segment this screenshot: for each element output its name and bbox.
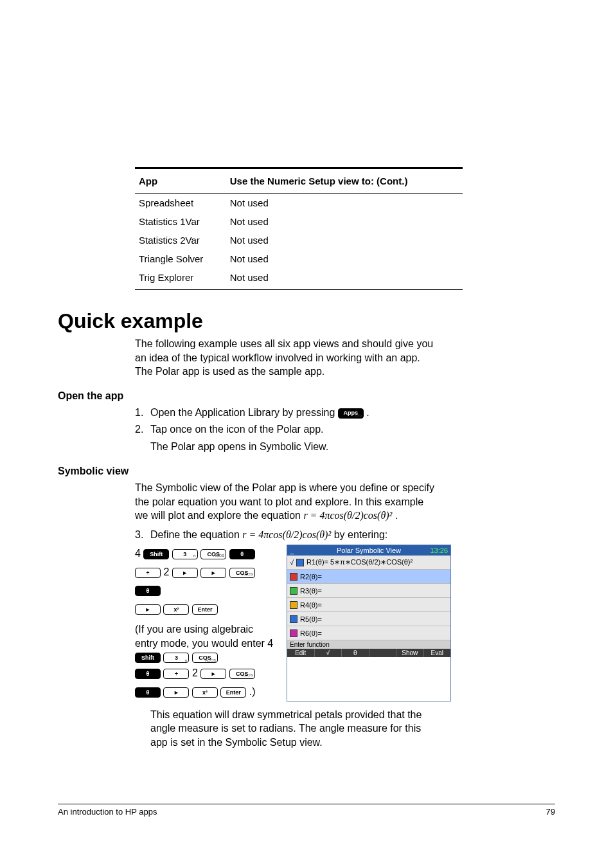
step-1-text: Open the Application Library by pressing xyxy=(150,407,338,418)
table-header-app: App xyxy=(135,168,226,194)
right-arrow-key-icon: ► xyxy=(135,604,161,615)
cell: Trig Explorer xyxy=(135,268,226,290)
cell: Spreadsheet xyxy=(135,194,226,213)
calculator-titlebar: ⎯ Polar Symbolic View 13:26 xyxy=(287,545,450,556)
footer-chapter-title: An introduction to HP apps xyxy=(58,807,157,817)
step-1: 1. Open the Application Library by press… xyxy=(135,406,443,420)
step-2-follow: The Polar app opens in Symbolic View. xyxy=(135,440,443,454)
calculator-status: Enter function xyxy=(287,640,450,649)
table-header-desc: Use the Numeric Setup view to: (Cont.) xyxy=(226,168,463,194)
symbolic-paragraph: The Symbolic view of the Polar app is wh… xyxy=(135,481,437,523)
theta-key-icon: θ xyxy=(229,549,255,559)
calculator-row-r3: R3(θ)= xyxy=(287,584,450,598)
calculator-screenshot: ⎯ Polar Symbolic View 13:26 √ R1(θ)= 5∗π… xyxy=(287,545,451,701)
cell: Not used xyxy=(226,212,463,231)
cell: Not used xyxy=(226,249,463,268)
shift-key-icon: Shift xyxy=(143,549,169,559)
calculator-row-r5: R5(θ)= xyxy=(287,612,450,626)
apps-key-icon: AppsInfo xyxy=(338,408,364,419)
cos-key-icon: COSACOS xyxy=(229,669,255,679)
key-sequence: 4 Shift 3π COSACOS θ ÷ 2 ► ► COSACOS θ ►… xyxy=(135,545,276,701)
theta-key-icon: θ xyxy=(135,669,161,679)
cos-key-icon: COSACOS xyxy=(192,653,218,663)
shift-key-icon: Shift xyxy=(135,653,161,663)
equation-inline: r = 4πcos(θ/2)cos(θ)² xyxy=(303,510,392,521)
table-row: Trig Explorer Not used xyxy=(135,268,463,290)
cos-key-icon: COSACOS xyxy=(200,549,226,559)
enter-key-icon: Enter xyxy=(192,604,218,615)
divide-key-icon: ÷ xyxy=(163,669,189,679)
cell: Triangle Solver xyxy=(135,249,226,268)
cell: Not used xyxy=(226,194,463,213)
right-arrow-key-icon: ► xyxy=(200,568,226,578)
side-heading-symbolic-view: Symbolic view xyxy=(58,466,555,477)
step-2: 2. Tap once on the icon of the Polar app… xyxy=(135,422,443,437)
numeric-setup-table: App Use the Numeric Setup view to: (Cont… xyxy=(135,167,463,290)
theta-key-icon: θ xyxy=(135,586,161,596)
calculator-row-r1: √ R1(θ)= 5∗π∗COS(θ/2)∗COS(θ)² xyxy=(287,556,450,570)
three-pi-key-icon: 3π xyxy=(172,549,198,559)
cell: Statistics 2Var xyxy=(135,231,226,249)
table-row: Spreadsheet Not used xyxy=(135,194,463,213)
intro-paragraph: The following example uses all six app v… xyxy=(135,337,437,379)
calculator-row-r2: R2(θ)= xyxy=(287,570,450,584)
enter-key-icon: Enter xyxy=(220,687,246,698)
cell: Not used xyxy=(226,268,463,290)
cell: Not used xyxy=(226,231,463,249)
right-arrow-key-icon: ► xyxy=(200,669,226,679)
page-footer: An introduction to HP apps 79 xyxy=(58,804,555,817)
side-heading-open-the-app: Open the app xyxy=(58,390,555,402)
cell: Statistics 1Var xyxy=(135,212,226,231)
right-arrow-key-icon: ► xyxy=(172,568,198,578)
right-arrow-key-icon: ► xyxy=(163,687,189,698)
calculator-softkeys: Edit √ θ Show Eval xyxy=(287,649,450,657)
step-1-end: . xyxy=(366,407,369,418)
equation-inline-2: r = 4πcos(θ/2)cos(θ)² xyxy=(242,529,331,540)
three-pi-key-icon: 3π xyxy=(163,653,189,663)
footer-page-number: 79 xyxy=(546,807,555,817)
calculator-row-r4: R4(θ)= xyxy=(287,598,450,612)
table-row: Statistics 2Var Not used xyxy=(135,231,463,249)
theta-key-icon: θ xyxy=(135,687,161,698)
x-squared-key-icon: x² xyxy=(163,604,189,615)
divide-key-icon: ÷ xyxy=(135,568,161,578)
cos-key-icon: COSACOS xyxy=(229,568,255,578)
section-heading-quick-example: Quick example xyxy=(58,309,555,333)
page: App Use the Numeric Setup view to: (Cont… xyxy=(0,0,613,868)
table-row: Statistics 1Var Not used xyxy=(135,212,463,231)
after-paragraph: This equation will draw symmetrical peta… xyxy=(150,708,440,750)
calculator-row-r6: R6(θ)= xyxy=(287,626,450,640)
x-squared-key-icon: x² xyxy=(192,687,218,698)
step-3: 3. Define the equation r = 4πcos(θ/2)cos… xyxy=(135,528,443,542)
table-row: Triangle Solver Not used xyxy=(135,249,463,268)
